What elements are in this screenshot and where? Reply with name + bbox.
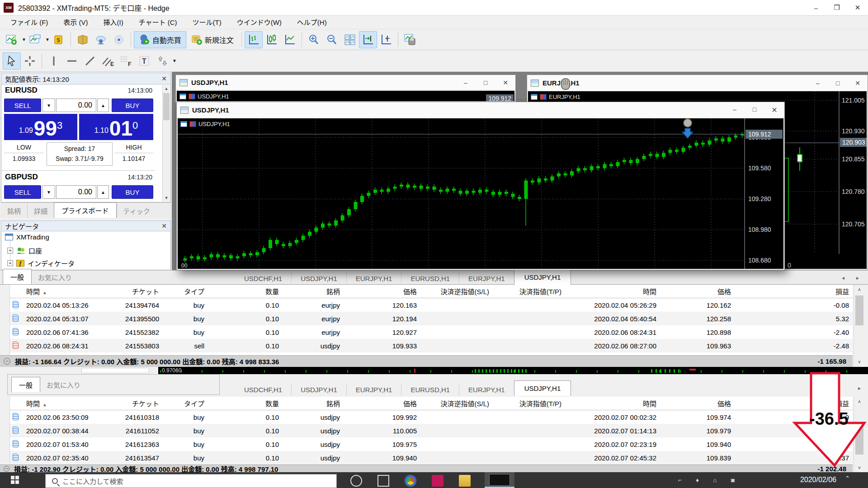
market-watch-button[interactable]: $ xyxy=(50,31,68,48)
auto-trade-toggle[interactable]: 自動売買 xyxy=(134,31,186,48)
taskbar-date[interactable]: 2020/02/06 xyxy=(800,476,836,484)
trade-history-row[interactable]: 2020.02.06 07:41:36241552382buy0.10eurjp… xyxy=(10,325,853,339)
chrome-icon[interactable] xyxy=(405,475,416,487)
vertical-line-tool-button[interactable] xyxy=(45,52,63,70)
new-chart-button[interactable] xyxy=(3,31,21,48)
column-header[interactable]: タイプ xyxy=(162,286,207,296)
column-header[interactable]: タイプ xyxy=(162,399,207,408)
zoom-out-button[interactable] xyxy=(323,31,341,48)
crosshair-tool-button[interactable] xyxy=(21,52,39,70)
menu-item-4[interactable]: ツール(T) xyxy=(185,16,229,29)
close-button[interactable]: ✕ xyxy=(847,0,868,15)
trade-history-row[interactable]: 2020.02.06 08:24:31241553803sell0.10usdj… xyxy=(10,339,853,352)
tab-priceboard[interactable]: プライスボード xyxy=(54,202,117,218)
menu-item-2[interactable]: 挿入(I) xyxy=(96,16,131,29)
trade-history-row[interactable]: 2020.02.07 02:35:40241613547buy0.10usdjp… xyxy=(10,451,853,465)
ask-price-panel[interactable]: 1.10 01 0 xyxy=(79,114,153,140)
mql5-book-button[interactable] xyxy=(74,31,92,48)
menu-item-6[interactable]: ヘルプ(H) xyxy=(289,16,335,29)
tab-symbols[interactable]: 銘柄 xyxy=(1,204,27,218)
arrows-tool-caret-icon[interactable]: ▼ xyxy=(172,58,177,63)
symbol-tab-eurjpy-h1[interactable]: EURJPY,H1 xyxy=(346,272,401,285)
column-header[interactable]: 損益 xyxy=(734,286,852,296)
chart-window-usdjpy-foreground[interactable]: USDJPY,H1 – □ ✕ USDJPY,H1 109.880109.580… xyxy=(176,102,785,270)
menu-item-0[interactable]: ファイル (F) xyxy=(3,16,56,29)
market-watch-close-icon[interactable]: ✕ xyxy=(161,75,167,82)
navigator-tab-favorites[interactable]: お気に入り xyxy=(32,270,78,284)
new-order-button[interactable]: 新規注文 xyxy=(186,31,239,48)
column-header[interactable]: 価格 xyxy=(343,399,420,408)
equidistant-channel-tool-button[interactable]: E xyxy=(99,52,117,70)
symbol-row-gbpusd[interactable]: GBPUSD 14:13:20 xyxy=(5,173,152,182)
table1-scrollbar[interactable]: ∧ ∨ xyxy=(854,285,864,367)
scroll-down-icon[interactable]: ▼ xyxy=(163,194,170,202)
nav-item-xmtrading[interactable]: XMTrading xyxy=(5,233,49,241)
column-header[interactable]: 銘柄 xyxy=(282,286,343,296)
volume-spinner-up[interactable]: ▲ xyxy=(97,185,109,199)
sell-button[interactable]: SELL xyxy=(4,185,41,199)
minimize-button[interactable]: – xyxy=(806,0,826,15)
oneclick-panel-icon[interactable] xyxy=(531,94,538,100)
trade-history-row[interactable]: 2020.02.07 00:38:44241611052buy0.10usdjp… xyxy=(10,424,853,437)
close-button[interactable]: ✕ xyxy=(764,106,784,114)
menu-item-5[interactable]: ウインドウ(W) xyxy=(229,16,289,29)
maximize-button[interactable]: □ xyxy=(476,79,495,86)
maximize-button[interactable]: □ xyxy=(745,106,764,114)
fibonacci-tool-button[interactable]: F xyxy=(117,52,135,70)
column-header[interactable]: 価格 xyxy=(659,286,734,296)
minimize-button[interactable]: – xyxy=(456,79,476,86)
expand-icon[interactable]: + xyxy=(7,248,13,253)
folder-icon[interactable] xyxy=(459,475,471,487)
column-header[interactable]: 銘柄 xyxy=(282,399,343,408)
column-header[interactable]: 決済指値(T/P) xyxy=(492,286,564,296)
menu-item-1[interactable]: 表示 (V) xyxy=(56,16,95,29)
zoom-in-button[interactable] xyxy=(305,31,323,48)
close-button[interactable]: ✕ xyxy=(848,80,868,87)
column-header[interactable]: チケット xyxy=(99,399,162,408)
app-magenta-icon[interactable] xyxy=(432,475,443,487)
save-template-button[interactable] xyxy=(401,31,419,48)
column-header[interactable]: 決済逆指値(S/L) xyxy=(420,399,492,408)
navigator-tab-favorites[interactable]: お気に入り xyxy=(40,378,87,392)
volume-dropdown[interactable]: ▼ xyxy=(42,99,55,112)
symbol-tab-usdjpy-h1[interactable]: USDJPY,H1 xyxy=(291,384,346,396)
column-header[interactable]: 決済指値(T/P) xyxy=(492,399,564,408)
usdjpy-candlestick-chart[interactable]: 109.880109.580109.280108.980108.680109.9… xyxy=(178,118,783,269)
trade-history-row[interactable]: 2020.02.04 05:13:26241394764buy0.10eurjp… xyxy=(10,298,853,312)
profiles-caret-icon[interactable]: ▼ xyxy=(45,37,50,42)
minimize-button[interactable]: – xyxy=(725,106,745,114)
text-tool-button[interactable]: T xyxy=(135,52,153,70)
volume-spinner-up[interactable]: ▲ xyxy=(97,99,109,112)
scroll-up-icon[interactable]: ∧ xyxy=(855,286,864,294)
tabs-scroll-left-icon[interactable]: ◂ xyxy=(842,275,844,281)
column-header[interactable]: 時間 xyxy=(564,399,659,408)
bid-price-panel[interactable]: 1.09 99 3 xyxy=(4,114,77,140)
tab-details[interactable]: 詳細 xyxy=(27,204,54,218)
volume-input[interactable]: 0.00 xyxy=(56,185,96,199)
navigator-close-icon[interactable]: ✕ xyxy=(161,222,167,230)
active-app-slot[interactable] xyxy=(485,472,514,488)
market-watch-scrollbar[interactable]: ▲ ▼ xyxy=(162,85,170,202)
signals-button[interactable] xyxy=(110,31,128,48)
column-header[interactable]: 時間 xyxy=(564,286,659,296)
bar-chart-mode-button[interactable] xyxy=(245,31,263,48)
symbol-tab-usdjpy-h1[interactable]: USDJPY,H1 xyxy=(291,272,346,285)
maximize-button[interactable]: ❐ xyxy=(826,0,847,15)
symbol-tab-eurusd-h1[interactable]: EURUSD,H1 xyxy=(401,384,459,396)
tab-ticks[interactable]: ティック xyxy=(117,204,156,218)
cursor-tool-button[interactable] xyxy=(3,52,21,70)
trendline-tool-button[interactable] xyxy=(81,52,99,70)
new-chart-caret-icon[interactable]: ▼ xyxy=(22,37,26,42)
start-button-icon[interactable] xyxy=(11,476,19,484)
symbol-tab-usdjpy-h1[interactable]: USDJPY,H1 xyxy=(514,380,571,396)
trade-history-row[interactable]: 2020.02.07 01:53:40241612363buy0.10usdjp… xyxy=(10,437,853,451)
task-view-icon[interactable] xyxy=(377,475,389,487)
symbol-row-eurusd[interactable]: EURUSD 14:13:00 xyxy=(5,86,152,95)
oneclick-panel-icon[interactable] xyxy=(179,94,186,99)
auto-scroll-button[interactable] xyxy=(359,31,377,48)
line-chart-mode-button[interactable] xyxy=(281,31,299,48)
symbol-tab-eurjpy-h1[interactable]: EURJPY,H1 xyxy=(346,384,401,396)
tile-windows-button[interactable] xyxy=(341,31,359,48)
chart-shift-button[interactable] xyxy=(377,31,395,48)
buy-button[interactable]: BUY xyxy=(112,99,153,112)
